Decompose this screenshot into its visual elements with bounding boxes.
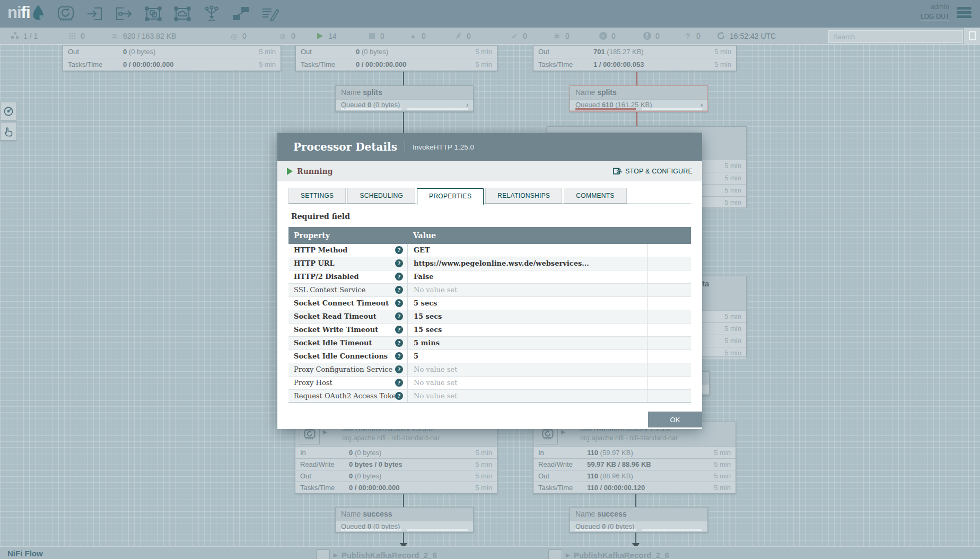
- process-group-icon[interactable]: [143, 4, 163, 23]
- not-transmitting-icon: ⊘: [278, 32, 287, 40]
- table-scroll-area[interactable]: HTTP Method?GET HTTP URL?https://www.peg…: [288, 244, 691, 403]
- not-transmitting-status: ⊘ 0: [278, 32, 316, 40]
- processor-stats-top-right[interactable]: Out701 (185.27 KB)5 min Tasks/Time1 / 00…: [533, 45, 737, 71]
- table-row: Proxy Host?No value set: [288, 377, 691, 390]
- help-icon[interactable]: ?: [395, 339, 403, 347]
- queue-count-bar: [575, 108, 636, 110]
- stale-status: ↑ 0: [599, 32, 643, 40]
- running-status: 14: [316, 32, 368, 40]
- caret-icon: ▶: [566, 552, 570, 558]
- help-icon[interactable]: ?: [395, 246, 403, 254]
- queued-status: ≡ 620 / 163.82 KB: [110, 31, 230, 41]
- queue-count-bar: [341, 108, 401, 110]
- tab-relationships[interactable]: RELATIONSHIPS: [485, 188, 562, 204]
- caret-icon: ▶: [334, 552, 338, 558]
- navigate-palette-button[interactable]: [0, 102, 17, 120]
- queue-size-bar: [407, 529, 468, 531]
- dialog-subtitle: InvokeHTTP 1.25.0: [413, 143, 474, 151]
- stat-row: In110 (59.97 KB)5 min: [533, 447, 736, 458]
- queue-count-bar: [341, 529, 401, 531]
- up-to-date-status: ✓ 0: [510, 32, 553, 40]
- remote-process-group-icon[interactable]: [172, 4, 192, 23]
- stat-row: Tasks/Time110 / 00:00:00.1205 min: [533, 482, 736, 493]
- queue-size-bar: [642, 108, 702, 110]
- ok-button[interactable]: OK: [648, 412, 702, 427]
- running-icon: [316, 33, 324, 39]
- help-icon[interactable]: ?: [395, 286, 403, 294]
- column-property: Property: [288, 227, 407, 244]
- stale-up-arrow-icon: ↑: [599, 32, 607, 40]
- processor-icon[interactable]: [56, 4, 76, 23]
- connection-name: Name success: [336, 508, 473, 521]
- input-port-icon[interactable]: [85, 4, 105, 23]
- sync-failure-status: ? 0: [684, 32, 716, 40]
- last-refreshed-time: 16:52:42 UTC: [730, 32, 776, 40]
- stat-row: Out0 (0 bytes)5 min: [296, 46, 497, 58]
- tab-settings[interactable]: SETTINGS: [288, 188, 346, 204]
- running-play-icon: [287, 168, 293, 175]
- gear-square-icon: [613, 167, 622, 176]
- connection-label-splits-right[interactable]: Name splits Queued 610 (161.25 KB) ◑: [570, 85, 708, 112]
- warning-triangle-icon: ▲: [409, 32, 417, 40]
- cluster-icon: [11, 32, 19, 40]
- active-threads-status: 0: [68, 32, 110, 40]
- connection-label-success-right[interactable]: Name success Queued 0 (0 bytes): [570, 507, 708, 532]
- label-icon[interactable]: [260, 4, 280, 23]
- birdseye-icon: [3, 106, 14, 117]
- template-icon[interactable]: [231, 4, 251, 23]
- global-menu-icon[interactable]: [957, 7, 972, 20]
- processor-jolt-right[interactable]: ▶ JoltTransformJSON 1.25.0 org.apache.ni…: [533, 422, 736, 494]
- stop-and-configure-button[interactable]: STOP & CONFIGURE: [613, 167, 693, 176]
- table-row: Socket Connect Timeout?5 secs: [288, 297, 691, 310]
- search-input[interactable]: [828, 30, 963, 43]
- help-icon[interactable]: ?: [395, 352, 403, 360]
- dialog-status-bar: Running STOP & CONFIGURE: [277, 161, 702, 181]
- help-icon[interactable]: ?: [395, 273, 403, 281]
- funnel-icon[interactable]: [202, 4, 222, 23]
- stat-row: Out0 (0 bytes)5 min: [295, 470, 497, 482]
- connection-label-splits-left[interactable]: Name splits Queued 0 (0 bytes) ◑: [335, 85, 474, 112]
- help-icon[interactable]: ?: [395, 259, 403, 267]
- output-port-icon[interactable]: [114, 4, 134, 23]
- user-block: admin LOG OUT: [921, 3, 949, 21]
- processor-stats-top-mid[interactable]: Out0 (0 bytes)5 min Tasks/Time0 / 00:00:…: [295, 45, 497, 71]
- processor-jolt-left[interactable]: ▶ JoltTransformJSON 1.25.0 org.apache.ni…: [295, 422, 497, 494]
- processor-type-icon: [316, 549, 330, 559]
- processor-bundle: org.apache.nifi - nifi-standard-nar: [342, 434, 440, 442]
- help-icon[interactable]: ?: [395, 326, 403, 334]
- stat-row: Out110 (88.96 KB)5 min: [533, 470, 736, 482]
- tab-scheduling[interactable]: SCHEDULING: [347, 188, 415, 204]
- droplet-icon: [31, 3, 45, 22]
- processor-stats-top-left[interactable]: Out0 (0 bytes)5 min Tasks/Time0 / 00:00:…: [63, 45, 281, 71]
- help-icon[interactable]: ?: [395, 299, 403, 307]
- help-icon[interactable]: ?: [395, 379, 403, 387]
- help-icon[interactable]: ?: [395, 365, 403, 373]
- flag-icon[interactable]: [964, 28, 980, 44]
- tab-comments[interactable]: COMMENTS: [564, 188, 626, 204]
- help-icon[interactable]: ?: [395, 392, 403, 400]
- breadcrumb[interactable]: NiFi Flow: [7, 549, 43, 558]
- operate-palette-button[interactable]: [0, 122, 17, 141]
- nifi-app: nifi: [0, 0, 980, 559]
- table-row: Socket Idle Timeout?5 mins: [288, 337, 691, 350]
- processor-kafka-right[interactable]: ▶ PublishKafkaRecord_2_6: [548, 549, 669, 559]
- refresh-icon[interactable]: [716, 32, 725, 40]
- table-row: Socket Write Timeout?15 secs: [288, 324, 691, 337]
- logout-link[interactable]: LOG OUT: [921, 13, 949, 21]
- invalid-status: ▲ 0: [409, 32, 454, 40]
- help-icon[interactable]: ?: [395, 312, 403, 320]
- connection-label-success-left[interactable]: Name success Queued 0 (0 bytes): [335, 507, 474, 532]
- table-header: Property Value: [288, 227, 691, 244]
- column-value: Value: [407, 227, 691, 244]
- title-divider: [405, 141, 405, 153]
- stat-row: Read/Write59.97 KB / 88.96 KB5 min: [533, 458, 736, 470]
- question-icon: ?: [684, 32, 692, 40]
- processor-kafka-left[interactable]: ▶ PublishKafkaRecord_2_6: [316, 549, 437, 559]
- transmitting-status: ◎ 0: [230, 32, 278, 40]
- queue-size-bar: [642, 529, 702, 531]
- caret-icon: ▶: [323, 429, 327, 435]
- dialog-tabs: SETTINGSSCHEDULINGPROPERTIESRELATIONSHIP…: [288, 188, 691, 204]
- nifi-logo: nifi: [7, 3, 45, 22]
- tab-properties[interactable]: PROPERTIES: [417, 188, 484, 205]
- hand-pointer-icon: [4, 126, 13, 137]
